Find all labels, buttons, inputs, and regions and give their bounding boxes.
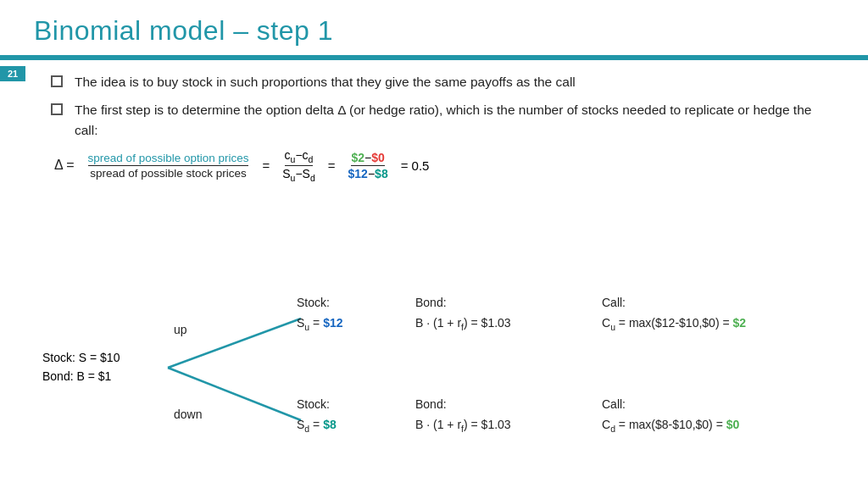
bullet-item-2: The first step is to determine the optio… bbox=[51, 100, 817, 140]
left-node-stock: Stock: S = $10 bbox=[42, 348, 120, 367]
svg-line-0 bbox=[168, 319, 301, 368]
cu-cd-top: cu−cd bbox=[285, 148, 314, 166]
content-area: The idea is to buy stock in such proport… bbox=[0, 60, 868, 199]
up-bond-formula: B · (1 + rf) = $1.03 bbox=[415, 313, 511, 336]
node-up-right: Stock: Su = $12 bbox=[297, 293, 343, 335]
bullet-text-1: The idea is to buy stock in such proport… bbox=[75, 72, 817, 92]
bond-down: Bond: B · (1 + rf) = $1.03 bbox=[415, 395, 511, 436]
formula-block: Δ = spread of possible option prices spr… bbox=[51, 148, 817, 183]
su-sd-bot: Su−Sd bbox=[282, 166, 315, 183]
left-node-bond: Bond: B = $1 bbox=[42, 367, 120, 385]
up-call-label: Call: bbox=[602, 293, 746, 313]
up-call-formula: Cu = max($12-$10,$0) = $2 bbox=[602, 313, 746, 336]
su-value: $12 bbox=[323, 316, 342, 330]
blue-denom: $12 bbox=[348, 167, 368, 180]
red-num: $0 bbox=[371, 151, 385, 164]
down-bond-formula: B · (1 + rf) = $1.03 bbox=[415, 415, 511, 437]
value-fraction: $2−$0 $12−$8 bbox=[348, 151, 388, 180]
value-top: $2−$0 bbox=[351, 151, 384, 166]
teal-denom: $8 bbox=[375, 167, 388, 180]
tree-canvas: Stock: S = $10 Bond: B = $1 up down Stoc… bbox=[0, 276, 868, 471]
fraction-numerator: spread of possible option prices bbox=[88, 152, 249, 166]
title-bar: Binomial model – step 1 bbox=[0, 0, 868, 55]
up-bond-label: Bond: bbox=[415, 293, 511, 313]
down-call-label: Call: bbox=[602, 395, 739, 415]
tree-section: Stock: S = $10 Bond: B = $1 up down Stoc… bbox=[0, 276, 868, 471]
up-stock-label: Stock: bbox=[297, 293, 343, 313]
down-stock-label: Stock: bbox=[297, 395, 337, 415]
call-down: Call: Cd = max($8-$10,$0) = $0 bbox=[602, 395, 739, 436]
value-bot: $12−$8 bbox=[348, 166, 388, 180]
bullet-icon-1 bbox=[51, 75, 63, 87]
delta-label: Δ = bbox=[54, 158, 75, 173]
cu-cd-fraction: cu−cd Su−Sd bbox=[282, 148, 315, 183]
up-label: up bbox=[174, 323, 187, 336]
down-label: down bbox=[174, 408, 202, 421]
bullet-item-1: The idea is to buy stock in such proport… bbox=[51, 72, 817, 92]
slide-number: 21 bbox=[0, 66, 25, 81]
green-num: $2 bbox=[351, 151, 364, 164]
cd-value: $0 bbox=[726, 418, 740, 431]
node-down-right: Stock: Sd = $8 bbox=[297, 395, 337, 436]
left-node: Stock: S = $10 Bond: B = $1 bbox=[42, 348, 120, 386]
down-call-formula: Cd = max($8-$10,$0) = $0 bbox=[602, 415, 739, 437]
call-up: Call: Cu = max($12-$10,$0) = $2 bbox=[602, 293, 746, 335]
bullet-text-2: The first step is to determine the optio… bbox=[75, 100, 817, 140]
up-stock-value: Su = $12 bbox=[297, 313, 343, 336]
cu-value: $2 bbox=[733, 316, 747, 330]
main-fraction: spread of possible option prices spread … bbox=[88, 152, 249, 180]
fraction-denominator: spread of possible stock prices bbox=[90, 166, 247, 180]
down-bond-label: Bond: bbox=[415, 395, 511, 415]
result: = 0.5 bbox=[401, 158, 430, 173]
equals-2: = bbox=[328, 158, 336, 173]
sd-value: $8 bbox=[323, 418, 337, 431]
equals-1: = bbox=[262, 158, 270, 173]
bond-up: Bond: B · (1 + rf) = $1.03 bbox=[415, 293, 511, 335]
slide-title: Binomial model – step 1 bbox=[34, 15, 834, 47]
down-stock-value: Sd = $8 bbox=[297, 415, 337, 437]
bullet-icon-2 bbox=[51, 103, 63, 115]
slide: Binomial model – step 1 21 The idea is t… bbox=[0, 0, 868, 488]
